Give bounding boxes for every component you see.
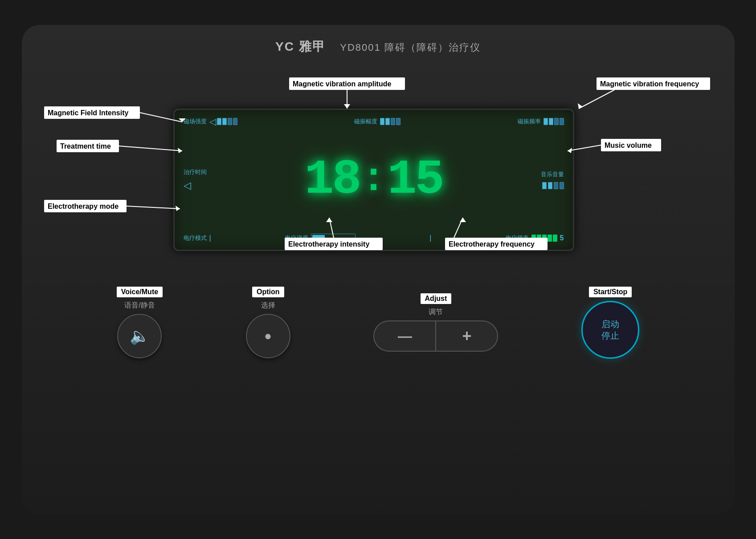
electrotherapy-frequency-group: 电疗频率 5 [506,234,564,242]
speaker-button-icon: 🔈 [130,327,150,345]
music-volume-bars [542,182,564,189]
adjust-buttons-container: — + [373,320,498,352]
magnetic-vibration-frequency-indicator: 磁振频率 [518,118,564,126]
adjust-cn-label: 调节 [429,308,443,317]
brand-logo: YC 雅甲 [275,40,326,53]
brand-header: YC 雅甲 YD8001 障碍（障碍）治疗仪 [49,38,708,55]
start-stop-group: Start/Stop 启动 停止 [581,287,639,359]
speaker-icon: ◁ [184,180,191,191]
voice-mute-cn-label: 语音/静音 [124,301,155,310]
plus-icon: + [462,327,471,345]
svg-rect-15 [44,200,127,212]
option-cn-label: 选择 [261,301,275,310]
start-label: 启动 [601,318,619,330]
time-colon: : [361,162,385,198]
start-stop-annotation: Start/Stop [589,287,632,297]
magnetic-field-label: 磁场强度 [184,118,207,126]
svg-rect-12 [601,139,661,151]
electrotherapy-mode-label: 电疗模式 [184,234,207,242]
magnetic-vibration-amplitude-bars [380,118,400,125]
svg-rect-3 [57,140,119,152]
svg-line-16 [127,206,180,209]
svg-rect-9 [597,77,710,90]
electrotherapy-mode-group: 电疗模式 | [184,234,211,242]
electrotherapy-frequency-label: 电疗频率 [506,234,529,242]
controls-section: Voice/Mute 语音/静音 🔈 Option 选择 ● Adjust 调节… [49,287,708,359]
electrotherapy-frequency-bars [531,235,557,242]
music-volume-section: 音乐音量 [511,170,564,189]
treatment-time-section: 治疗时间 ◁ [184,168,237,191]
electrotherapy-intensity-label: 电疗强度 [285,234,308,242]
option-group: Option 选择 ● [246,287,290,358]
magnetic-vibration-amplitude-label: 磁振幅度 [354,118,377,126]
start-stop-button[interactable]: 启动 停止 [581,301,639,359]
minus-button[interactable]: — [373,320,436,352]
label-magnetic-vibration-amplitude: Magnetic vibration amplitude [293,80,391,88]
model-text: YD8001 障碍（障碍）治疗仪 [340,42,481,53]
display-bottom-row: 电疗模式 | 电疗强度 | 电疗频率 [184,234,564,243]
magnetic-vibration-frequency-label: 磁振频率 [518,118,541,126]
magnetic-field-indicator: 磁场强度 ◁ [184,117,237,126]
minus-icon: — [398,328,412,344]
label-magnetic-field-intensity: Magnetic Field Intensity [48,109,128,117]
display-annotation-area: Magnetic Field Intensity Treatment time … [44,64,712,278]
lcd-display: 磁场强度 ◁ 磁振幅度 [173,109,574,251]
svg-line-4 [119,146,182,151]
time-digit-1: 18 [304,155,360,204]
digital-clock: 18 : 15 [246,155,502,204]
label-electrotherapy-mode: Electrotherapy mode [48,203,119,210]
plus-button[interactable]: + [436,320,498,352]
svg-rect-0 [44,106,140,119]
stop-label: 停止 [601,330,619,341]
voice-mute-button[interactable]: 🔈 [117,314,162,358]
svg-line-10 [579,90,614,109]
electrotherapy-intensity-bar [311,234,356,243]
display-top-row: 磁场强度 ◁ 磁振幅度 [184,117,564,126]
label-magnetic-vibration-frequency: Magnetic vibration frequency [600,80,699,88]
magnetic-vibration-frequency-bars [544,118,564,125]
option-button[interactable]: ● [246,314,290,358]
time-digit-2: 15 [388,155,443,204]
electrotherapy-intensity-group: 电疗强度 [285,234,356,243]
option-dot-icon: ● [264,329,272,343]
adjust-group: Adjust 调节 — + [373,293,498,352]
frequency-s-label: 5 [560,234,564,242]
display-middle-row: 治疗时间 ◁ 18 : 15 音乐音量 [184,130,564,230]
label-treatment-time: Treatment time [60,142,111,150]
svg-rect-6 [289,77,405,90]
music-volume-label: 音乐音量 [541,170,564,178]
option-annotation: Option [252,287,284,297]
voice-mute-group: Voice/Mute 语音/静音 🔈 [117,287,163,358]
svg-marker-8 [344,104,350,109]
svg-marker-11 [578,103,582,109]
label-music-volume: Music volume [605,142,652,149]
magnetic-field-bars: ◁ [209,117,237,126]
voice-mute-annotation: Voice/Mute [117,287,163,297]
adjust-annotation: Adjust [421,293,452,304]
start-stop-text: 启动 停止 [601,318,619,341]
treatment-time-label: 治疗时间 [184,168,207,176]
magnetic-vibration-amplitude-indicator: 磁振幅度 [354,118,400,126]
device-body: YC 雅甲 YD8001 障碍（障碍）治疗仪 Magnetic Field In… [22,25,735,515]
